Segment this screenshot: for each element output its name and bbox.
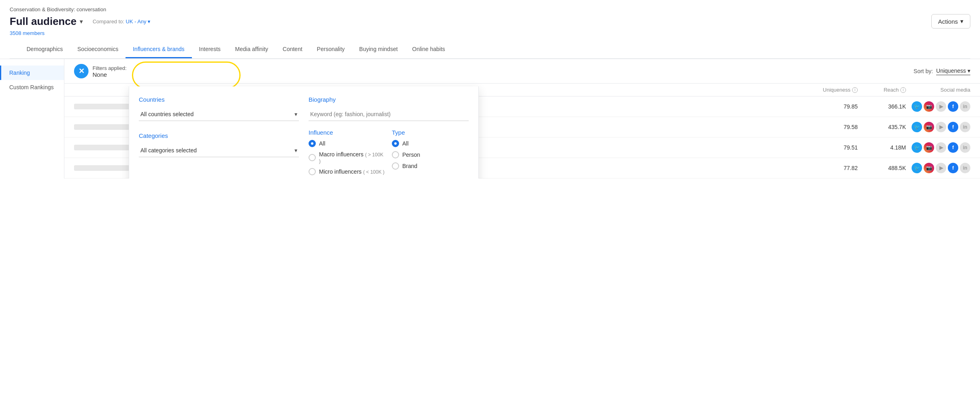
categories-dropdown[interactable]: All categories selected ▾ [139,144,299,157]
filter-left-section: Countries All countries selected ▾ Categ… [139,96,299,178]
type-title: Type [392,129,469,136]
filter-panel-body: Countries All countries selected ▾ Categ… [139,96,469,178]
influence-radio-micro[interactable] [309,168,316,175]
sort-bar: Sort by: Uniqueness ▾ [914,68,970,75]
type-option-person[interactable]: Person [392,151,469,158]
breadcrumb: Conservation & Biodiversity: conversatio… [10,6,970,12]
influence-title: Influence [309,129,385,136]
tab-buying-mindset[interactable]: Buying mindset [352,41,405,58]
close-filter-button[interactable]: ✕ [74,64,89,78]
categories-title: Categories [139,132,299,139]
filter-panel: Countries All countries selected ▾ Categ… [129,86,479,178]
type-radio-brand[interactable] [392,162,399,170]
tab-socioeconomics[interactable]: Socioeconomics [70,41,126,58]
members-count[interactable]: 3508 members [10,30,970,36]
influence-option-all[interactable]: All [309,140,385,147]
tab-content[interactable]: Content [276,41,310,58]
influence-radio-all[interactable] [309,140,316,147]
page-title: Full audience [10,15,76,28]
nav-tabs: Demographics Socioeconomics Influencers … [10,41,970,59]
tab-media-affinity[interactable]: Media affinity [228,41,275,58]
tab-interests[interactable]: Interests [192,41,228,58]
countries-dropdown[interactable]: All countries selected ▾ [139,108,299,121]
countries-arrow-icon: ▾ [294,111,297,117]
influence-option-macro[interactable]: Macro influencers ( > 100K ) [309,151,385,164]
compared-to-label: Compared to: UK - Any ▾ [93,18,150,25]
compared-to-value[interactable]: UK - Any ▾ [126,18,151,25]
type-radio-person[interactable] [392,151,399,158]
filter-right-section: Biography Influence All [309,96,469,178]
influence-radio-macro[interactable] [309,154,316,161]
title-dropdown-icon[interactable]: ▾ [80,18,83,25]
filter-bar: ✕ Filters applied: None Sort by: Uniquen… [64,59,980,84]
tab-personality[interactable]: Personality [310,41,352,58]
tab-demographics[interactable]: Demographics [19,41,70,58]
sidebar: Ranking Custom Rankings [0,59,64,178]
type-group: Type All Person [392,129,469,178]
type-option-brand[interactable]: Brand [392,162,469,170]
countries-title: Countries [139,96,299,103]
filter-status: Filters applied: None [93,65,127,78]
title-left: Full audience ▾ Compared to: UK - Any ▾ [10,15,150,28]
tab-influencers[interactable]: Influencers & brands [126,41,191,58]
page-header: Conservation & Biodiversity: conversatio… [0,0,980,59]
actions-button[interactable]: Actions ▾ [931,14,970,29]
biography-input[interactable] [309,108,469,121]
influence-type-row: Influence All Macro influencers ( [309,129,469,178]
tab-online-habits[interactable]: Online habits [405,41,453,58]
filter-panel-overlay: Countries All countries selected ▾ Categ… [64,86,980,178]
type-option-all[interactable]: All [392,140,469,147]
influence-group: Influence All Macro influencers ( [309,129,385,178]
biography-title: Biography [309,96,469,103]
content-area: Ranking Custom Rankings ✕ Filters applie… [0,59,980,178]
categories-arrow-icon: ▾ [294,147,297,154]
sort-by-value[interactable]: Uniqueness ▾ [936,68,970,75]
sidebar-item-ranking[interactable]: Ranking [0,66,64,80]
type-radio-all[interactable] [392,140,399,147]
sort-by-label: Sort by: [914,68,933,74]
influence-option-micro[interactable]: Micro influencers ( < 100K ) [309,168,385,175]
main-content: ✕ Filters applied: None Sort by: Uniquen… [64,59,980,178]
sidebar-item-custom-rankings[interactable]: Custom Rankings [0,80,64,94]
